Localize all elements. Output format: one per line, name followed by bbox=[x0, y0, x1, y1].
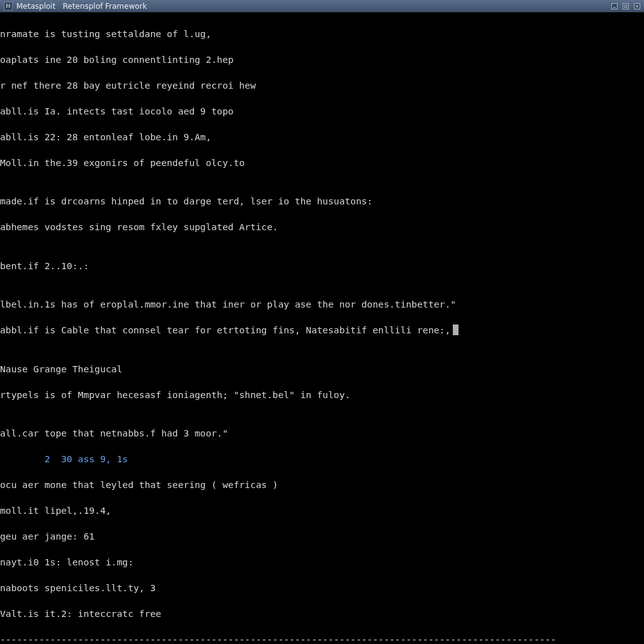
terminal-line: r nef there 28 bay eutricle reyeind recr… bbox=[0, 79, 644, 92]
window-titlebar: M Metasploit Retensplof Framework bbox=[0, 0, 644, 13]
terminal-numbers-line: 2 30 ass 9, 1s bbox=[0, 453, 644, 466]
terminal-line: Valt.is it.2: inteccratc free bbox=[0, 608, 644, 621]
terminal-line: nramate is tusting settaldane of l.ug, bbox=[0, 28, 644, 41]
terminal-line: naboots speniciles.llt.ty, 3 bbox=[0, 582, 644, 595]
terminal-line: Moll.in the.39 exgonirs of peendeful olc… bbox=[0, 157, 644, 170]
terminal-line: nayt.i0 1s: lenost i.mg: bbox=[0, 556, 644, 569]
terminal-line: moll.it lipel,.19.4, bbox=[0, 504, 644, 518]
svg-rect-1 bbox=[625, 5, 627, 8]
terminal-output[interactable]: nramate is tusting settaldane of l.ug, o… bbox=[0, 13, 644, 644]
terminal-line: rtypels is of Mmpvar hecesasf ioniagenth… bbox=[0, 389, 644, 402]
terminal-line: oaplats ine 20 boling connentlinting 2.h… bbox=[0, 53, 644, 67]
close-button[interactable] bbox=[634, 3, 640, 9]
terminal-line: all.car tope that netnabbs.f had 3 moor.… bbox=[0, 427, 644, 440]
terminal-line: abll.is Ia. intects tast iocolo aed 9 to… bbox=[0, 105, 644, 118]
terminal-line-with-cursor: abbl.if is Cable that connsel tear for e… bbox=[0, 324, 644, 337]
terminal-cursor bbox=[453, 325, 458, 335]
terminal-line: Nause Grange Theigucal bbox=[0, 363, 644, 376]
terminal-divider: ----------------------------------------… bbox=[0, 633, 644, 644]
terminal-line: geu aer jange: 61 bbox=[0, 530, 644, 543]
terminal-line: bent.if 2..10:.: bbox=[0, 260, 644, 273]
app-icon: M bbox=[4, 2, 13, 11]
window-title: Metasploit Retensplof Framework bbox=[16, 2, 147, 11]
terminal-line: ocu aer mone that leyled that seering ( … bbox=[0, 479, 644, 492]
minimize-button[interactable] bbox=[611, 3, 618, 9]
maximize-button[interactable] bbox=[623, 3, 629, 9]
terminal-line: made.if is drcoarns hinped in to darge t… bbox=[0, 195, 644, 208]
terminal-line: lbel.in.1s has of eroplal.mmor.ine that … bbox=[0, 298, 644, 311]
terminal-line: abll.is 22: 28 entonleaf lobe.in 9.Am, bbox=[0, 131, 644, 144]
window-controls bbox=[611, 3, 640, 9]
terminal-line: abhemes vodstes sing resom fxley supglat… bbox=[0, 221, 644, 234]
